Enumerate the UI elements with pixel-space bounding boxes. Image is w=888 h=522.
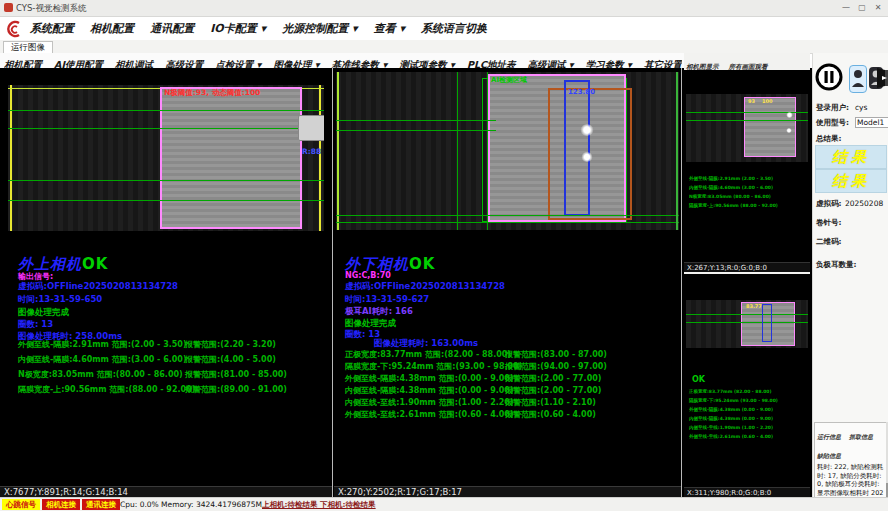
result-display-2: 结果 xyxy=(815,169,887,193)
edge-line xyxy=(10,85,12,231)
pause-button[interactable] xyxy=(815,63,843,91)
camera-left-viewport[interactable]: N极阈值:93, 动态阈值:100 R:88 xyxy=(8,85,324,231)
mini-measurement: 内侧至线-隔膜:4.60mm (3.00 - 6.00) xyxy=(689,183,773,192)
measurement: 正极宽度:83.77mm 范围:(82.00 - 88.00) xyxy=(345,349,511,360)
mini-measurement: 隔膜宽度-下:95.24mm (93.00 - 98.00) xyxy=(689,396,778,405)
threshold-label: N极阈值:93, 动态阈值:100 xyxy=(164,88,260,98)
alarm-range: 报警范围:(94.00 - 97.00) xyxy=(505,361,607,372)
thumbnail-top-coords: X:267;Y:13;R:0;G:0;B:0 xyxy=(684,262,810,272)
alarm-range: 报警范围:(2.00 - 77.00) xyxy=(505,373,601,384)
model-label: 使用型号: xyxy=(816,118,849,128)
log-panel: 运行信息 抓取信息 缺陷信息 耗时: 222, 缺陷检测耗时: 17, 缺陷分类… xyxy=(814,422,887,499)
virtual-code-label: 虚拟码: xyxy=(816,199,842,209)
menu-comm-config[interactable]: 通讯配置 xyxy=(150,17,194,40)
measure-line xyxy=(336,130,496,131)
camera-left-result: OK xyxy=(82,255,108,273)
maximize-icon[interactable]: ▢ xyxy=(854,0,870,15)
measure-line xyxy=(686,314,808,315)
measure-line xyxy=(8,110,324,111)
measure-line xyxy=(8,128,324,129)
toolbar: 相机配置 AI使用配置 相机调试 高级设置 点检设置 ▾ 图像处理 ▾ 基准线参… xyxy=(0,53,684,69)
menu-system-config[interactable]: 系统配置 xyxy=(30,17,74,40)
camera-link-badge: 相机连接 xyxy=(42,499,80,510)
thumb-tab-strip: 相机图显示 所有画面观看 金相画面观看 xyxy=(686,54,810,66)
camera-mid-result: OK xyxy=(409,255,435,273)
turn-count: 圈数: 13 xyxy=(18,319,53,331)
model-select[interactable]: Model1 xyxy=(855,117,888,128)
edge-line xyxy=(676,72,678,230)
heartbeat-badge: 心跳信号 xyxy=(2,499,40,510)
reflection-spot xyxy=(786,128,792,133)
log-text: 耗时: 222, 缺陷检测耗时: 17, 缺陷分类耗时: 0, 缺陷极耳分类耗时… xyxy=(815,462,886,499)
menu-view[interactable]: 查看 ▾ xyxy=(374,17,405,40)
thumbnail-bottom[interactable]: 83.77 OK 正极宽度:83.77mm (82.00 - 88.00) 隔膜… xyxy=(684,274,810,497)
measurement: 内侧至线-至线:1.90mm 范围:(1.00 - 2.20) xyxy=(345,397,514,408)
cpu-memory-status: Cpu: 0.0% Memory: 3424.41796875M xyxy=(120,499,262,510)
process-done: 图像处理完成 xyxy=(18,307,69,319)
mini-measurement: 正极宽度:83.77mm (82.00 - 88.00) xyxy=(689,387,772,396)
measurement: 内侧至线-隔膜:4.60mm 范围:(3.00 - 6.00) xyxy=(18,354,187,365)
thumbnail-bottom-coords: X:311;Y:980;R:0;G:0;B:0 xyxy=(684,487,810,497)
alarm-range: 报警范围:(89.00 - 91.00) xyxy=(185,384,287,395)
comm-link-badge: 通讯连接 xyxy=(82,499,120,510)
app-logo xyxy=(4,19,24,39)
camera-pending-status: 上相机:待检结果 下相机:待检结果 xyxy=(262,499,376,510)
defect-rect-blue xyxy=(564,80,590,216)
mini-overlay-value: 83.77 xyxy=(746,303,762,309)
timestamp: 时间:13-31-59-650 xyxy=(18,294,102,306)
tab-count-label: 负极耳数量: xyxy=(816,260,857,270)
menu-io-config[interactable]: IO卡配置 ▾ xyxy=(210,17,266,40)
measure-line xyxy=(8,200,324,201)
reflection-spot xyxy=(580,124,594,136)
virtual-code: 虚拟码:OFFline2025020813134728 xyxy=(18,281,178,293)
log-tab-capture-info[interactable]: 抓取信息 xyxy=(849,433,873,442)
virtual-code-value: 20250208 xyxy=(845,199,883,208)
thumbnail-bottom-image: 83.77 xyxy=(686,300,808,348)
mini-measurement: 外侧至线-至线:2.61mm (0.60 - 4.00) xyxy=(689,432,773,441)
value-label: 123.80 xyxy=(568,88,595,96)
status-bar: 心跳信号 相机连接 通讯连接 Cpu: 0.0% Memory: 3424.41… xyxy=(0,497,888,511)
measurement: 外侧至线-隔膜:2.91mm 范围:(2.00 - 3.50) xyxy=(18,339,187,350)
measurement: 外侧至线-隔膜:4.38mm 范围:(0.00 - 9.00) xyxy=(345,373,514,384)
menu-language-switch[interactable]: 系统语言切换 xyxy=(421,17,487,40)
camera-left-panel: N极阈值:93, 动态阈值:100 R:88 外上相机OK 输出信号: 虚拟码:… xyxy=(0,68,332,497)
thumbnail-top[interactable]: 93 100 外侧至线-隔膜:2.91mm (2.00 - 3.50) 内侧至线… xyxy=(684,70,810,272)
measure-line xyxy=(336,215,679,216)
alarm-range: 报警范围:(81.00 - 85.00) xyxy=(185,369,287,380)
measure-line xyxy=(686,322,808,323)
camera-mid-coords: X:270;Y:2502;R:17;G:17;B:17 xyxy=(334,486,681,497)
camera-mid-viewport[interactable]: AI检测区域 123.80 xyxy=(336,72,679,230)
login-user-button[interactable] xyxy=(849,65,867,93)
menu-camera-config[interactable]: 相机配置 xyxy=(90,17,134,40)
thumbnail-column: 相机图显示 所有画面观看 金相画面观看 93 100 外侧至线-隔膜:2.91m… xyxy=(684,53,810,497)
sidebar: 登录用户: cys 使用型号: Model1 总结果: 结果 结果 虚拟码: 2… xyxy=(812,53,888,497)
exit-door-icon xyxy=(876,66,888,90)
timestamp: 时间:13-31-59-627 xyxy=(345,294,429,306)
exit-button[interactable] xyxy=(876,66,888,90)
ai-elapsed: 极耳AI耗时: 166 xyxy=(345,306,413,318)
pause-icon xyxy=(815,63,843,91)
menu-light-config[interactable]: 光源控制配置 ▾ xyxy=(282,17,357,40)
camera-left-coords: X:7677;Y:891;R:14;G:14;B:14 xyxy=(0,486,332,497)
mini-measurement: 内侧至线-至线:1.90mm (1.00 - 2.20) xyxy=(689,423,773,432)
close-icon[interactable]: ✕ xyxy=(870,0,886,15)
reflection-spot xyxy=(581,152,593,162)
measure-line xyxy=(8,180,324,181)
alarm-range: 报警范围:(2.20 - 3.20) xyxy=(185,339,276,350)
virtual-code: 虚拟码:OFFline2025020813134728 xyxy=(345,281,505,293)
mini-result: OK xyxy=(692,375,705,384)
mini-overlay-value: 100 xyxy=(762,98,772,104)
camera-mid-panel: AI检测区域 123.80 外下相机OK NG:C,B:70 虚拟码:OFFli… xyxy=(334,68,681,497)
edge-line xyxy=(337,72,339,230)
app-icon xyxy=(4,3,13,12)
alarm-range: 报警范围:(83.00 - 87.00) xyxy=(505,349,607,360)
minimize-icon[interactable]: — xyxy=(838,0,854,15)
measurement: 隔膜宽度-上:90.56mm 范围:(88.00 - 92.00) xyxy=(18,384,195,395)
alarm-range: 报警范围:(1.10 - 2.10) xyxy=(505,397,596,408)
log-tab-run-info[interactable]: 运行信息 xyxy=(817,433,841,442)
log-tab-defect-info[interactable]: 缺陷信息 xyxy=(817,452,841,461)
roi-rect xyxy=(160,87,302,229)
mini-measurement: 外侧至线-隔膜:4.38mm (0.00 - 9.00) xyxy=(689,405,773,414)
tab-strip: 运行图像 xyxy=(0,40,888,54)
login-user-value: cys xyxy=(855,103,867,112)
